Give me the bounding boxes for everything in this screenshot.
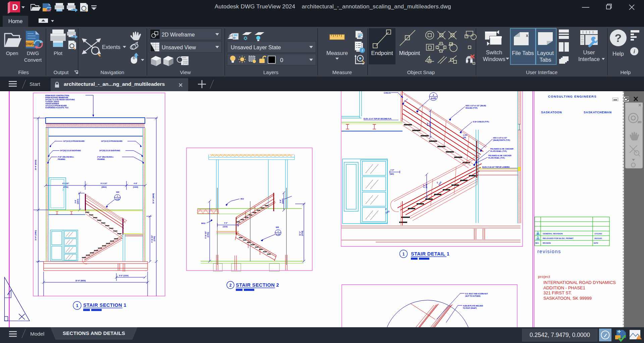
svg-text:PLATE PANEL (TYP.): PLATE PANEL (TYP.) (488, 157, 505, 159)
svg-text:4'-0": 4'-0" (224, 222, 228, 224)
svg-text:S.S# CABLES (TYP.): S.S# CABLES (TYP.) (473, 121, 489, 123)
svg-text:DWG: DWG (27, 50, 39, 56)
svg-text:1'-0": 1'-0" (390, 169, 394, 171)
svg-text:2: 2 (229, 283, 232, 288)
svg-text:EPDM ROOF CONSTRUCTION:: EPDM ROOF CONSTRUCTION: (45, 95, 69, 97)
svg-text:INTERNATIONAL ROAD DYNAMICS: INTERNATIONAL ROAD DYNAMICS (543, 280, 616, 285)
svg-text:GABLES: GABLES (384, 92, 391, 94)
svg-text:17/12/01: 17/12/01 (594, 233, 602, 235)
svg-text:Interface: Interface (578, 56, 600, 62)
svg-text:2D Wireframe: 2D Wireframe (162, 32, 195, 38)
svg-text:ELEV. 11'-9" TOP OF SECOND FLR: ELEV. 11'-9" TOP OF SECOND FLR. (364, 118, 392, 120)
svg-text:PLATE PANEL (TYP.): PLATE PANEL (TYP.) (490, 150, 507, 152)
svg-text:ELEV. 5'-10 1/2" TOP OF LANDIN: ELEV. 5'-10 1/2" TOP OF LANDING (482, 166, 509, 168)
svg-text:Plot: Plot (54, 50, 63, 56)
svg-text:2"x6" [38x140] WALL: 2"x6" [38x140] WALL (58, 156, 74, 158)
svg-text:3/4"[19] T & G PLYWOOD SHEATHI: 3/4"[19] T & G PLYWOOD SHEATHING (45, 99, 75, 101)
svg-text:TO POST (PAINT): TO POST (PAINT) (463, 307, 477, 309)
svg-text:4": 4" (385, 208, 387, 210)
svg-text:[305]: [305] (390, 173, 394, 175)
svg-text:6'-5 1/2": 6'-5 1/2" (101, 182, 107, 184)
svg-text:[2604]: [2604] (102, 186, 107, 188)
svg-text:[914]: [914] (429, 122, 431, 126)
svg-text:Switch: Switch (486, 49, 502, 55)
svg-text:[3708]: [3708] (301, 231, 303, 236)
svg-text:DATE: DATE (594, 242, 598, 244)
svg-text:REVISION: REVISION (543, 242, 551, 244)
svg-text:4x38x38 PLATE-WELDED: 4x38x38 PLATE-WELDED (463, 305, 483, 307)
svg-text:3/4"[30] O.S.B SHEATHING: 3/4"[30] O.S.B SHEATHING (99, 150, 120, 152)
svg-text:5'-10 1/2": 5'-10 1/2" (205, 231, 207, 238)
svg-text:project: project (538, 275, 550, 279)
svg-text:0: 0 (280, 57, 283, 63)
svg-text:Layout: Layout (537, 50, 554, 56)
svg-text:[1422]: [1422] (133, 186, 138, 188)
svg-text:A-05: A-05 (431, 97, 436, 100)
svg-text:FRAMING: FRAMING (97, 159, 105, 160)
svg-text:1-1/4": 1-1/4" (463, 134, 468, 136)
svg-text:4'-8": 4'-8" (133, 182, 138, 184)
svg-text:Convert: Convert (24, 57, 42, 63)
svg-text:Measure: Measure (326, 50, 348, 56)
svg-text:5'-10 1/2": 5'-10 1/2" (151, 235, 153, 242)
svg-text:S.S. BOLT AND ACORN NUT: S.S. BOLT AND ACORN NUT (465, 293, 488, 295)
svg-text:A-05: A-05 (115, 198, 119, 200)
svg-text:POLISHED ALUM. CHECKER: POLISHED ALUM. CHECKER (490, 148, 514, 150)
svg-text:2"x6" [38x140] WALL: 2"x6" [38x140] WALL (97, 156, 114, 158)
svg-text:RELEASED FOR BLDG. PERMIT: RELEASED FOR BLDG. PERMIT (543, 237, 574, 239)
svg-text:Start: Start (30, 81, 41, 87)
svg-text:1: 1 (117, 195, 118, 197)
svg-text:File Tabs: File Tabs (512, 50, 534, 56)
svg-text:Model: Model (30, 331, 44, 337)
svg-text:1: 1 (277, 230, 278, 232)
svg-text:[1219]: [1219] (223, 226, 228, 228)
svg-text:Unsaved View: Unsaved View (162, 45, 196, 50)
svg-text:POLISHED ALUM. CHECKER: POLISHED ALUM. CHECKER (488, 155, 512, 157)
svg-text:A-05: A-05 (276, 233, 280, 235)
svg-text:3'-0": 3'-0" (423, 184, 425, 188)
svg-text:STAIR SECTION 1: STAIR SECTION 1 (83, 302, 126, 308)
svg-text:[914]: [914] (425, 184, 427, 188)
svg-text:REV: REV (535, 242, 539, 244)
svg-text:GENERAL REVISION: GENERAL REVISION (543, 233, 563, 235)
svg-text:5'-0": 5'-0" (427, 122, 429, 126)
svg-text:SEE: SEE (276, 227, 279, 228)
svg-text:SASKATCHEWAN: SASKATCHEWAN (584, 111, 612, 114)
svg-text:ADDITION - PHASE1: ADDITION - PHASE1 (543, 285, 585, 290)
svg-text:SASKATOON, SK 99999: SASKATOON, SK 99999 (543, 296, 592, 301)
svg-text:(NUT TO OUTSIDE): (NUT TO OUTSIDE) (465, 295, 481, 297)
svg-text:SEE: SEE (116, 191, 120, 193)
svg-text:D: D (12, 3, 18, 12)
svg-text:A: A (537, 237, 539, 240)
svg-text:1: 1 (402, 252, 405, 256)
svg-text:SASKATOON: SASKATOON (541, 111, 562, 114)
svg-text:11'-8" [3581]: 11'-8" [3581] (35, 230, 37, 240)
svg-text:[1791]: [1791] (207, 232, 209, 237)
svg-text:STAIR SECTION 2: STAIR SECTION 2 (236, 282, 279, 288)
svg-text:+: + (133, 46, 135, 49)
svg-text:HSS 1-1/2"x1-1/2": HSS 1-1/2"x1-1/2" (493, 137, 507, 139)
svg-text:FRAMING: FRAMING (58, 159, 65, 160)
svg-text:32'-8" [9908]: 32'-8" [9908] (152, 193, 154, 204)
svg-text:M410: M410 (201, 223, 206, 224)
svg-text:Extents: Extents (102, 44, 120, 50)
svg-text:?: ? (615, 32, 622, 44)
svg-text:6'-0" [1524]: 6'-0" [1524] (119, 275, 128, 277)
svg-text:Help: Help (612, 51, 624, 57)
svg-text:Tabs: Tabs (540, 57, 551, 63)
svg-text:3'-6": 3'-6" (279, 199, 281, 203)
svg-text:2: 2 (433, 94, 434, 96)
svg-text:HSS 1-1/2"x1-1/2" [38x38]: HSS 1-1/2"x1-1/2" [38x38] (466, 105, 486, 107)
svg-text:VAPOR BARRIER: VAPOR BARRIER (45, 103, 59, 105)
svg-text:Endpoint: Endpoint (371, 50, 393, 56)
svg-text:1/2"[12.5] GYPSUM BOARD: 1/2"[12.5] GYPSUM BOARD (63, 140, 85, 142)
svg-text:[1067]: [1067] (282, 198, 284, 204)
svg-text:revisions: revisions (537, 249, 561, 254)
svg-text:STAIR DETAIL 1: STAIR DETAIL 1 (411, 251, 449, 256)
svg-text:TJI ROOF JOISTS: TJI ROOF JOISTS (45, 101, 59, 103)
svg-text:321 FIRST ST.: 321 FIRST ST. (543, 290, 572, 295)
svg-text:1: 1 (76, 303, 78, 308)
svg-text:i: i (634, 49, 635, 54)
svg-text:2D: 2D (638, 120, 642, 124)
svg-text:22'-8" [8009]: 22'-8" [8009] (75, 280, 86, 282)
